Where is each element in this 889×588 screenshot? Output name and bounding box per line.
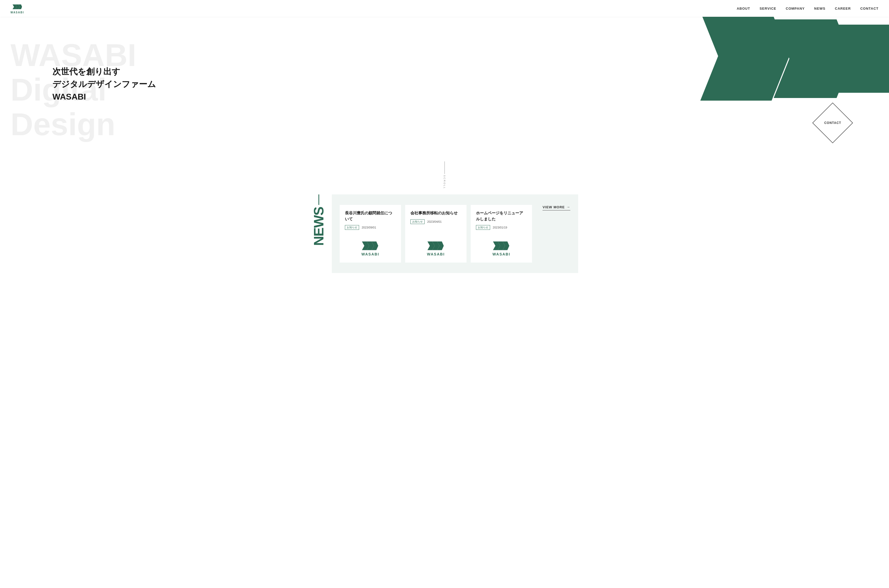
contact-diamond-label: CONTACT	[824, 121, 841, 125]
news-card-2-date: 2023/04/01	[427, 220, 441, 223]
news-card-2-meta: お知らせ 2023/04/01	[410, 219, 461, 224]
news-card-2-logo-icon	[428, 240, 444, 252]
nav-service[interactable]: SERVICE	[760, 6, 776, 10]
news-card-1-logo-icon	[362, 240, 379, 252]
scroll-line	[444, 161, 445, 174]
news-card-3-title: ホームページをリニューアルしました	[476, 210, 527, 222]
news-card-3-date: 2023/01/19	[493, 226, 507, 229]
news-card-2-logo: WASABI	[410, 235, 461, 257]
news-card-2[interactable]: 会社事務所移転のお知らせ お知らせ 2023/04/01 WASABI	[405, 205, 467, 262]
news-label-column: NEWS	[311, 194, 332, 273]
news-card-1-logo-text: WASABI	[362, 252, 379, 256]
scroll-indicator: SCROLL	[439, 161, 450, 189]
hero-headline: 次世代を創り出す デジタルデザインファーム WASABI	[53, 65, 156, 103]
news-card-2-logo-text: WASABI	[427, 252, 445, 256]
view-more-column: VIEW MORE →	[537, 205, 570, 210]
news-content-area: 長谷川豊氏の顧問就任について お知らせ 2023/09/01 WASABI	[332, 194, 578, 273]
hero-copy: 次世代を創り出す デジタルデザインファーム WASABI	[53, 65, 156, 103]
header: WASABI ABOUT SERVICE COMPANY NEWS CAREER…	[0, 0, 889, 17]
news-card-1-meta: お知らせ 2023/09/01	[345, 225, 396, 230]
news-card-3-meta: お知らせ 2023/01/19	[476, 225, 527, 230]
nav-contact[interactable]: CONTACT	[860, 6, 878, 10]
news-card-1-title: 長谷川豊氏の顧問就任について	[345, 210, 396, 222]
news-card-3-logo-icon	[493, 240, 510, 252]
news-section: NEWS 長谷川豊氏の顧問就任について お知らせ 2023/09/01	[0, 194, 889, 289]
news-cards-container: 長谷川豊氏の顧問就任について お知らせ 2023/09/01 WASABI	[340, 205, 532, 262]
hero-shapes	[685, 17, 889, 153]
view-more-arrow-icon: →	[566, 205, 570, 209]
view-more-link[interactable]: VIEW MORE →	[542, 205, 570, 210]
news-card-1-logo: WASABI	[345, 235, 396, 257]
nav-company[interactable]: COMPANY	[786, 6, 805, 10]
hero-section: WASABI Digital Design 次世代を創り出す デジタルデザインフ…	[0, 17, 889, 153]
news-card-1-date: 2023/09/01	[362, 226, 376, 229]
news-wrapper: NEWS 長谷川豊氏の顧問就任について お知らせ 2023/09/01	[300, 194, 589, 273]
nav-career[interactable]: CAREER	[835, 6, 851, 10]
news-section-label: NEWS	[312, 207, 326, 246]
news-card-1-tag: お知らせ	[345, 225, 359, 230]
view-more-label: VIEW MORE	[542, 205, 565, 209]
news-card-3[interactable]: ホームページをリニューアルしました お知らせ 2023/01/19 WASABI	[471, 205, 532, 262]
logo-text: WASABI	[11, 11, 24, 14]
scroll-text: SCROLL	[443, 175, 446, 189]
logo-icon	[13, 3, 22, 10]
nav-about[interactable]: ABOUT	[737, 6, 750, 10]
news-card-3-tag: お知らせ	[476, 225, 490, 230]
news-card-3-logo-text: WASABI	[493, 252, 510, 256]
nav-news[interactable]: NEWS	[814, 6, 826, 10]
news-card-2-tag: お知らせ	[410, 219, 425, 224]
logo[interactable]: WASABI	[11, 3, 24, 14]
main-nav: ABOUT SERVICE COMPANY NEWS CAREER CONTAC…	[737, 6, 878, 10]
hero-shape-1	[700, 17, 789, 100]
news-card-1[interactable]: 長谷川豊氏の顧問就任について お知らせ 2023/09/01 WASABI	[340, 205, 401, 262]
news-border-accent	[318, 194, 319, 205]
news-card-2-title: 会社事務所移転のお知らせ	[410, 210, 461, 216]
news-card-3-logo: WASABI	[476, 235, 527, 257]
